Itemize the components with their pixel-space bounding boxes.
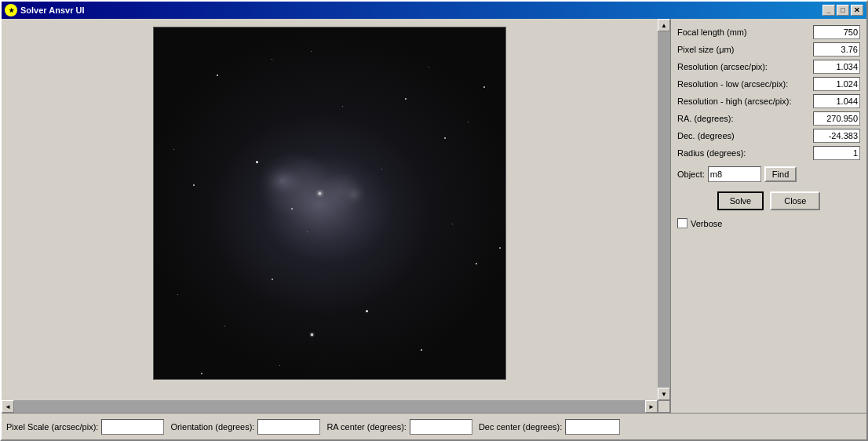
minimize-button[interactable]: _ bbox=[822, 5, 835, 16]
params-area: Focal length (mm) Pixel size (μm) Resolu… bbox=[671, 19, 866, 413]
orientation-label: Orientation (degrees): bbox=[170, 422, 254, 432]
svg-point-2 bbox=[297, 153, 399, 239]
ra-center-input[interactable] bbox=[410, 419, 472, 435]
focal-length-input[interactable] bbox=[813, 25, 860, 39]
dec-center-input[interactable] bbox=[565, 419, 620, 435]
resolution-low-row: Resolution - low (arcsec/pix): bbox=[677, 77, 860, 91]
dec-center-field: Dec center (degrees): bbox=[479, 419, 620, 435]
dec-input[interactable] bbox=[813, 129, 860, 143]
window-title: Solver Ansvr UI bbox=[20, 5, 819, 15]
ra-label: RA. (degrees): bbox=[677, 114, 810, 123]
horizontal-scrollbar-row: ◄ ► bbox=[2, 400, 670, 413]
scroll-down-button[interactable]: ▼ bbox=[658, 388, 670, 400]
maximize-button[interactable]: □ bbox=[837, 5, 849, 16]
image-section: ▲ ▼ ◄ ► bbox=[2, 19, 670, 413]
radius-label: Radius (degrees): bbox=[677, 148, 810, 158]
orientation-input[interactable] bbox=[257, 419, 320, 435]
focal-length-label: Focal length (mm) bbox=[677, 27, 810, 37]
nebula-background bbox=[154, 27, 505, 379]
pixel-size-input[interactable] bbox=[813, 42, 860, 56]
radius-input[interactable] bbox=[813, 146, 860, 160]
object-label: Object: bbox=[677, 169, 705, 179]
resolution-low-label: Resolution - low (arcsec/pix): bbox=[677, 79, 810, 89]
scroll-corner bbox=[658, 400, 670, 413]
image-scroll-wrapper: ▲ ▼ ◄ ► bbox=[2, 19, 670, 413]
dec-row: Dec. (degrees) bbox=[677, 129, 860, 143]
pixel-scale-label: Pixel Scale (arcsec/pix): bbox=[6, 422, 98, 432]
object-input[interactable] bbox=[708, 166, 761, 182]
scroll-track-v[interactable] bbox=[658, 31, 670, 388]
ra-row: RA. (degrees): bbox=[677, 111, 860, 126]
resolution-high-input[interactable] bbox=[813, 94, 860, 108]
dec-label: Dec. (degrees) bbox=[677, 131, 810, 140]
pixel-size-label: Pixel size (μm) bbox=[677, 45, 810, 54]
object-row: Object: Find bbox=[677, 166, 860, 182]
pixel-size-row: Pixel size (μm) bbox=[677, 42, 860, 56]
resolution-input[interactable] bbox=[813, 60, 860, 74]
window-controls: _ □ ✕ bbox=[822, 5, 863, 16]
main-window: ★ Solver Ansvr UI _ □ ✕ bbox=[0, 0, 868, 441]
verbose-row: Verbose bbox=[677, 218, 860, 228]
ra-center-field: RA center (degrees): bbox=[326, 419, 472, 435]
scroll-up-button[interactable]: ▲ bbox=[658, 19, 670, 31]
solve-button[interactable]: Solve bbox=[717, 191, 764, 210]
find-button[interactable]: Find bbox=[764, 166, 797, 182]
resolution-high-row: Resolution - high (arcsec/pix): bbox=[677, 94, 860, 108]
pixel-scale-field: Pixel Scale (arcsec/pix): bbox=[6, 419, 164, 435]
image-row: ▲ ▼ bbox=[2, 19, 670, 400]
ra-center-label: RA center (degrees): bbox=[326, 422, 407, 432]
resolution-high-label: Resolution - high (arcsec/pix): bbox=[677, 97, 810, 106]
resolution-label: Resolution (arcsec/pix): bbox=[677, 62, 810, 71]
nebula-display bbox=[153, 27, 506, 380]
image-viewport bbox=[2, 19, 658, 400]
scroll-track-h[interactable] bbox=[14, 400, 645, 413]
content-area: ▲ ▼ ◄ ► Focal length (mm) bbox=[2, 19, 866, 413]
statusbar: Pixel Scale (arcsec/pix): Orientation (d… bbox=[2, 413, 866, 439]
ra-input[interactable] bbox=[813, 111, 860, 126]
resolution-row: Resolution (arcsec/pix): bbox=[677, 60, 860, 74]
dec-center-label: Dec center (degrees): bbox=[479, 422, 562, 432]
vertical-scrollbar: ▲ ▼ bbox=[658, 19, 670, 400]
resolution-low-input[interactable] bbox=[813, 77, 860, 91]
close-window-button[interactable]: ✕ bbox=[851, 5, 863, 16]
right-panel: Focal length (mm) Pixel size (μm) Resolu… bbox=[670, 19, 866, 413]
action-buttons-row: Solve Close bbox=[677, 191, 860, 210]
verbose-label: Verbose bbox=[691, 219, 722, 228]
scroll-left-button[interactable]: ◄ bbox=[2, 400, 14, 413]
verbose-checkbox[interactable] bbox=[677, 218, 687, 228]
scroll-right-button[interactable]: ► bbox=[645, 400, 658, 413]
pixel-scale-input[interactable] bbox=[101, 419, 164, 435]
focal-length-row: Focal length (mm) bbox=[677, 25, 860, 39]
radius-row: Radius (degrees): bbox=[677, 146, 860, 160]
close-button[interactable]: Close bbox=[770, 191, 820, 210]
app-icon: ★ bbox=[5, 4, 17, 16]
image-container bbox=[2, 19, 658, 400]
titlebar: ★ Solver Ansvr UI _ □ ✕ bbox=[2, 2, 866, 19]
orientation-field: Orientation (degrees): bbox=[170, 419, 320, 435]
